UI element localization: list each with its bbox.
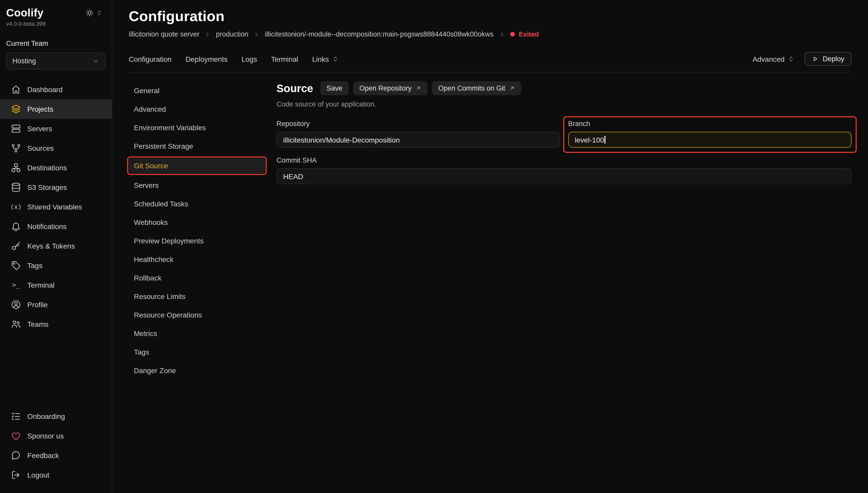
tab-configuration[interactable]: Configuration — [129, 55, 172, 63]
subnav-item-git-source[interactable]: Git Source — [129, 158, 265, 173]
sidebar: Coolify v4.0.0-beta.399 Current Team Hos… — [0, 0, 112, 493]
subnav-item-danger-zone[interactable]: Danger Zone — [129, 361, 265, 380]
terminal-icon: >_ — [11, 280, 21, 290]
app-version: v4.0.0-beta.399 — [6, 21, 106, 27]
status-text: Exited — [519, 30, 539, 38]
sidebar-item-s3-storages[interactable]: S3 Storages — [6, 177, 106, 197]
sidebar-item-servers[interactable]: Servers — [6, 119, 106, 138]
chevron-right-icon — [205, 31, 211, 37]
tabbar-right: Advanced Deploy — [753, 52, 851, 66]
users-icon — [11, 319, 21, 329]
home-icon — [11, 84, 21, 95]
breadcrumb-application[interactable]: illicitestonion/-module--decomposition:m… — [265, 30, 493, 38]
current-team-label: Current Team — [6, 40, 106, 47]
subnav-item-resource-operations[interactable]: Resource Operations — [129, 306, 265, 324]
checklist-icon — [11, 411, 21, 422]
branch-input[interactable]: level-100 — [568, 132, 851, 148]
main-content: Configuration illicitonion quote server … — [112, 0, 868, 493]
breadcrumb-environment[interactable]: production — [216, 30, 248, 38]
open-commits-button[interactable]: Open Commits on Git — [432, 81, 521, 95]
branch-value: level-100 — [575, 135, 604, 144]
sidebar-item-label: Onboarding — [27, 412, 65, 421]
theme-switcher[interactable] — [85, 9, 106, 17]
subnav-item-healthcheck[interactable]: Healthcheck — [129, 250, 265, 269]
server-icon — [11, 124, 21, 134]
sidebar-item-tags[interactable]: Tags — [6, 256, 106, 275]
sidebar-item-label: Profile — [27, 301, 48, 309]
subnav-item-rollback[interactable]: Rollback — [129, 269, 265, 287]
external-link-icon — [416, 85, 421, 91]
sidebar-item-label: Dashboard — [27, 85, 63, 94]
status-dot-icon — [510, 32, 514, 37]
advanced-dropdown[interactable]: Advanced — [753, 55, 795, 63]
play-icon — [812, 56, 819, 62]
sidebar-item-label: Sponsor us — [27, 432, 64, 440]
save-button[interactable]: Save — [320, 81, 348, 95]
subnav-item-resource-limits[interactable]: Resource Limits — [129, 287, 265, 306]
sidebar-item-notifications[interactable]: Notifications — [6, 217, 106, 236]
bell-icon — [11, 221, 21, 232]
commit-sha-field: Commit SHA — [276, 156, 851, 184]
breadcrumb: illicitonion quote server production ill… — [129, 30, 851, 38]
tab-links[interactable]: Links — [312, 55, 339, 63]
repository-label: Repository — [276, 120, 560, 128]
sidebar-item-label: Terminal — [27, 281, 55, 289]
tab-links-label: Links — [312, 55, 329, 63]
team-select[interactable]: Hosting — [6, 52, 106, 69]
sidebar-item-profile[interactable]: Profile — [6, 295, 106, 315]
app-logo: Coolify — [6, 7, 43, 19]
subnav-item-general[interactable]: General — [129, 81, 265, 100]
subnav-item-servers[interactable]: Servers — [129, 176, 265, 194]
chevron-down-icon — [92, 57, 99, 65]
sidebar-item-dashboard[interactable]: Dashboard — [6, 80, 106, 99]
sidebar-item-shared-variables[interactable]: (x) Shared Variables — [6, 197, 106, 217]
subnav-item-metrics[interactable]: Metrics — [129, 324, 265, 343]
sun-icon[interactable] — [85, 9, 94, 17]
tab-logs[interactable]: Logs — [241, 55, 257, 63]
chevron-updown-icon[interactable] — [96, 10, 103, 16]
tab-deployments[interactable]: Deployments — [186, 55, 228, 63]
sidebar-item-destinations[interactable]: Destinations — [6, 158, 106, 177]
commit-sha-input[interactable] — [276, 168, 851, 184]
boxes-icon — [11, 163, 21, 173]
subnav-item-advanced[interactable]: Advanced — [129, 100, 265, 119]
sidebar-item-keys-tokens[interactable]: Keys & Tokens — [6, 236, 106, 256]
subnav-item-tags[interactable]: Tags — [129, 343, 265, 361]
open-commits-label: Open Commits on Git — [438, 84, 505, 92]
sidebar-item-teams[interactable]: Teams — [6, 315, 106, 334]
sidebar-item-label: Keys & Tokens — [27, 242, 75, 250]
annotation-box-branch: Branch level-100 — [563, 116, 857, 153]
subnav-item-webhooks[interactable]: Webhooks — [129, 213, 265, 232]
sidebar-item-projects[interactable]: Projects — [0, 99, 112, 119]
chevron-right-icon — [254, 31, 260, 37]
configuration-content: General Advanced Environment Variables P… — [129, 81, 851, 493]
sidebar-nav: Dashboard Projects Servers Sources Desti… — [6, 80, 106, 334]
source-heading: Source — [276, 82, 313, 94]
subnav-item-scheduled-tasks[interactable]: Scheduled Tasks — [129, 194, 265, 213]
layers-icon — [11, 104, 21, 114]
chevron-updown-icon — [788, 56, 795, 62]
chevron-right-icon — [499, 31, 505, 37]
branch-label: Branch — [568, 120, 851, 128]
sidebar-item-onboarding[interactable]: Onboarding — [6, 407, 106, 426]
sidebar-item-sources[interactable]: Sources — [6, 138, 106, 158]
subnav-item-preview-deployments[interactable]: Preview Deployments — [129, 232, 265, 250]
open-repository-button[interactable]: Open Repository — [353, 81, 427, 95]
sidebar-item-label: Logout — [27, 471, 49, 479]
repository-input[interactable] — [276, 132, 560, 148]
subnav-item-persistent-storage[interactable]: Persistent Storage — [129, 137, 265, 155]
breadcrumb-project[interactable]: illicitonion quote server — [129, 30, 199, 38]
tab-terminal[interactable]: Terminal — [271, 55, 298, 63]
sidebar-item-logout[interactable]: Logout — [6, 465, 106, 485]
sidebar-item-sponsor[interactable]: Sponsor us — [6, 426, 106, 446]
git-source-panel: Source Save Open Repository Open Commits… — [276, 81, 851, 493]
deploy-button[interactable]: Deploy — [805, 52, 851, 66]
branch-field: Branch level-100 — [568, 120, 851, 148]
annotation-box-git-source: Git Source — [127, 156, 267, 175]
sidebar-item-terminal[interactable]: >_ Terminal — [6, 275, 106, 295]
user-icon — [11, 300, 21, 310]
source-header: Source Save Open Repository Open Commits… — [276, 81, 851, 95]
subnav-item-environment-variables[interactable]: Environment Variables — [129, 119, 265, 137]
sidebar-item-feedback[interactable]: Feedback — [6, 446, 106, 465]
chevron-updown-icon — [332, 56, 339, 62]
